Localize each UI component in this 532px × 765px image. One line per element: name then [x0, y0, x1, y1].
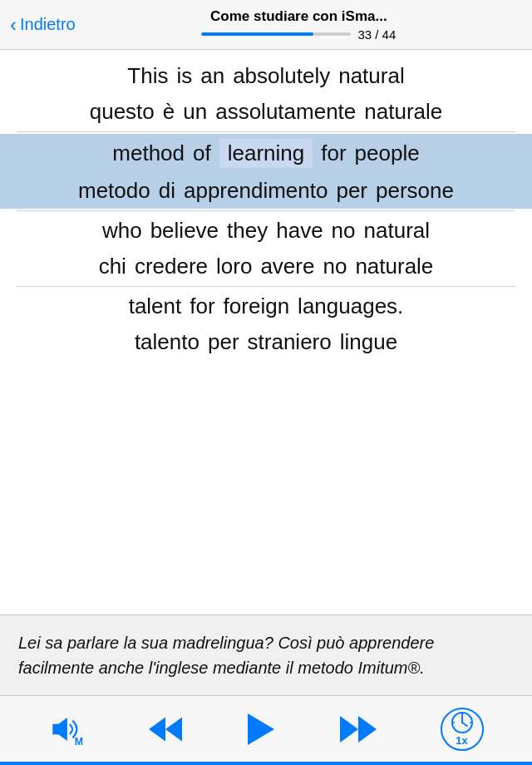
- word[interactable]: avere: [260, 254, 314, 279]
- word[interactable]: lingue: [340, 329, 397, 355]
- nav-title: Come studiare con iSma...: [210, 8, 387, 25]
- svg-marker-6: [358, 716, 377, 743]
- sentence-pair-3: who believe they have no natural chi cre…: [0, 213, 532, 284]
- word[interactable]: di: [159, 178, 175, 204]
- chevron-left-icon: ‹: [10, 15, 17, 35]
- english-row-2: method of learning for people: [0, 134, 532, 173]
- word[interactable]: assolutamente: [215, 99, 356, 125]
- rewind-button[interactable]: [149, 713, 182, 746]
- progress-bar: [201, 32, 351, 36]
- italian-description: Lei sa parlare la sua madrelingua? Così …: [18, 630, 514, 680]
- svg-marker-0: [53, 717, 68, 740]
- word[interactable]: naturale: [364, 99, 442, 125]
- fast-forward-button[interactable]: [340, 714, 377, 744]
- speed-label: 1x: [456, 734, 467, 747]
- nav-progress-row: 33 / 44: [201, 27, 396, 42]
- italian-row-3: chi credere loro avere no naturale: [0, 249, 532, 284]
- word[interactable]: persone: [376, 178, 454, 204]
- word[interactable]: talent: [129, 294, 182, 319]
- word[interactable]: un: [183, 99, 207, 125]
- word[interactable]: for: [321, 141, 346, 166]
- word[interactable]: loro: [216, 254, 252, 279]
- italian-row-4: talento per straniero lingue: [0, 324, 532, 360]
- progress-bar-fill: [201, 32, 313, 36]
- word[interactable]: no: [323, 254, 347, 279]
- word[interactable]: an: [200, 63, 224, 89]
- word[interactable]: apprendimento: [184, 178, 328, 204]
- sentence-pair-2: method of learning for people metodo di …: [0, 134, 532, 209]
- back-label: Indietro: [20, 15, 76, 34]
- word[interactable]: of: [193, 141, 211, 166]
- word[interactable]: natural: [338, 63, 405, 89]
- word[interactable]: straniero: [248, 329, 332, 355]
- text-area: This is an absolutely natural questo è u…: [0, 50, 532, 614]
- word[interactable]: no: [332, 218, 356, 244]
- svg-line-9: [462, 723, 467, 726]
- word[interactable]: have: [276, 218, 323, 244]
- word[interactable]: believe: [150, 218, 219, 244]
- svg-marker-3: [149, 717, 165, 741]
- english-row-3: who believe they have no natural: [0, 213, 532, 249]
- word[interactable]: è: [163, 99, 175, 125]
- bottom-line: [0, 762, 532, 765]
- italian-row-1: questo è un assolutamente naturale: [0, 94, 532, 130]
- italian-section: Lei sa parlare la sua madrelingua? Così …: [0, 614, 532, 695]
- sentence-pair-4: talent for foreign languages. talento pe…: [0, 289, 532, 360]
- sentence-pair-1: This is an absolutely natural questo è u…: [0, 58, 532, 130]
- word[interactable]: chi: [99, 254, 126, 279]
- page-count: 33 / 44: [357, 27, 396, 42]
- word[interactable]: per: [208, 329, 239, 355]
- word[interactable]: questo: [90, 99, 155, 125]
- word[interactable]: is: [176, 63, 192, 89]
- divider: [17, 131, 515, 132]
- word[interactable]: people: [355, 141, 420, 166]
- svg-marker-5: [340, 716, 358, 743]
- speed-button[interactable]: 1x: [441, 708, 484, 751]
- word[interactable]: credere: [135, 254, 208, 279]
- word-learning[interactable]: learning: [219, 139, 313, 168]
- word[interactable]: foreign: [224, 294, 290, 319]
- play-button[interactable]: [246, 712, 276, 747]
- word[interactable]: who: [102, 218, 142, 244]
- word[interactable]: absolutely: [233, 63, 330, 89]
- word[interactable]: metodo: [78, 178, 150, 204]
- word[interactable]: languages.: [298, 294, 403, 319]
- bottom-bar: M: [0, 695, 532, 762]
- speaker-button[interactable]: M: [48, 713, 85, 746]
- word[interactable]: they: [227, 218, 268, 244]
- word[interactable]: natural: [364, 218, 431, 244]
- svg-marker-2: [165, 717, 182, 741]
- english-row-1: This is an absolutely natural: [0, 58, 532, 94]
- nav-center: Come studiare con iSma... 33 / 44: [76, 8, 522, 42]
- word[interactable]: talento: [135, 329, 200, 355]
- navigation-bar: ‹ Indietro Come studiare con iSma... 33 …: [0, 0, 532, 50]
- svg-marker-4: [248, 713, 274, 745]
- word[interactable]: This: [127, 63, 168, 89]
- word[interactable]: naturale: [355, 254, 433, 279]
- svg-text:M: M: [75, 736, 83, 746]
- word[interactable]: per: [336, 178, 367, 204]
- english-row-4: talent for foreign languages.: [0, 289, 532, 324]
- italian-row-2: metodo di apprendimento per persone: [0, 173, 532, 209]
- main-content: This is an absolutely natural questo è u…: [0, 50, 532, 765]
- divider: [17, 210, 515, 211]
- back-button[interactable]: ‹ Indietro: [10, 15, 76, 35]
- divider: [17, 286, 515, 287]
- word[interactable]: method: [112, 141, 185, 166]
- word[interactable]: for: [190, 294, 214, 319]
